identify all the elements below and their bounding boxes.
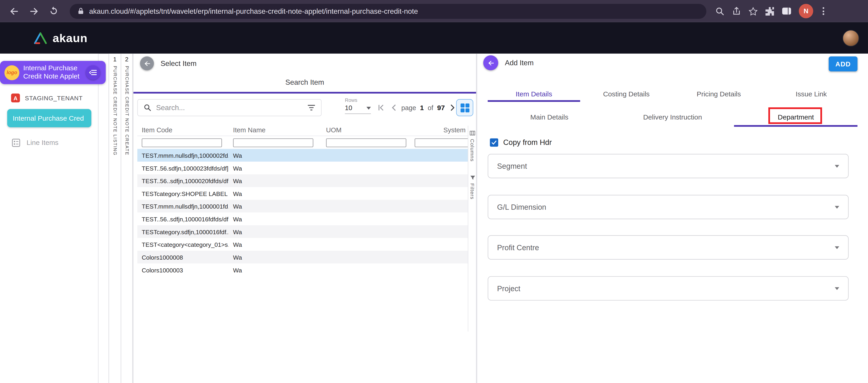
columns-tool[interactable]: Columns [469,130,475,162]
column-header-system-status[interactable]: System Status [410,126,468,134]
project-dropdown[interactable]: Project [488,276,848,300]
tab-costing-details[interactable]: Costing Details [580,86,673,101]
cell-item-name: Wa [229,216,322,222]
cell-item-name: Wa [229,190,322,197]
subtab-indicator [734,125,858,127]
add-button[interactable]: ADD [829,57,858,71]
first-page-icon[interactable] [377,104,386,111]
filter-input-item-code[interactable] [142,138,222,147]
tab-issue-link[interactable]: Issue Link [765,86,858,101]
cell-item-code: Colors1000003 [137,266,229,273]
cell-item-name: Wa [229,228,322,235]
add-item-panel: Add Item ADD Item Details Costing Detail… [477,54,868,383]
url-bar[interactable]: akaun.cloud/#/applets/tnt/wavelet/erp/in… [70,4,706,19]
panel-label: PURCHASE CREDIT NOTE LISTING [113,66,118,156]
tab-indicator [488,100,580,102]
applet-logo-placeholder: logo [4,65,19,80]
next-page-icon[interactable] [449,104,457,111]
brand-logo-icon [33,32,48,44]
filter-input-system-status[interactable] [415,138,468,147]
cell-item-name: Wa [229,266,322,273]
table-row[interactable]: Colors1000008Wa [137,251,468,263]
rows-per-page-select[interactable]: Rows 10 [345,98,371,114]
sidebar: logo Internal Purchase Credit Note Apple… [0,54,98,383]
browser-toolbar: akaun.cloud/#/applets/tnt/wavelet/erp/in… [0,0,868,22]
applet-chip: logo Internal Purchase Credit Note Apple… [0,61,106,84]
chevron-down-icon [835,205,839,208]
segment-dropdown[interactable]: Segment [488,154,848,178]
table-row[interactable]: TEST.mmm.nullsdfjn,1000001fd...Wa [137,200,468,213]
cell-item-code: TEST..56..sdfjn,1000020fdfds/df... [137,178,229,184]
cell-item-code: TESTcategory.sdfjn,1000016fdf... [137,228,229,235]
reload-icon[interactable] [45,3,62,20]
cell-item-code: Colors1000008 [137,254,229,260]
filter-icon[interactable] [307,104,315,111]
grid-view-icon[interactable] [456,99,473,116]
panel-label: PURCHASE CREDIT NOTE CREATE [124,66,129,155]
table-row[interactable]: TEST<category<category_01>s...Wa [137,238,468,251]
search-icon[interactable] [715,6,725,16]
panel-index: 1 [113,56,117,63]
back-button[interactable] [140,57,154,70]
search-icon [143,103,152,112]
user-avatar[interactable] [843,30,859,46]
search-input[interactable] [156,103,303,112]
tab-item-details[interactable]: Item Details [488,86,580,101]
profit-centre-dropdown[interactable]: Profit Centre [488,235,848,260]
items-table: Item Code Item Name UOM System Status TE… [137,124,468,276]
filter-input-uom[interactable] [326,138,406,147]
back-icon[interactable] [5,3,22,20]
tab-search-item[interactable]: Search Item [133,78,476,86]
chevron-down-icon [835,246,839,249]
table-row[interactable]: TESTcategory.sdfjn,1000016fdf...Wa [137,225,468,238]
sidebar-item-label: Line Items [27,139,58,147]
tab-pricing-details[interactable]: Pricing Details [673,86,765,101]
tab-main-details[interactable]: Main Details [488,110,611,125]
module-button[interactable]: Internal Purchase Cred [7,109,91,127]
profile-avatar[interactable]: N [799,4,813,18]
column-header-uom[interactable]: UOM [322,126,410,134]
filter-row [137,136,468,149]
sidebar-item-line-items[interactable]: Line Items [12,138,59,147]
table-row[interactable]: TESTcategory:SHOPEE LABEL Ar...Wa [137,187,468,200]
cell-item-code: TEST..56..sdfjn,1000016fdfds/df... [137,216,229,222]
table-row[interactable]: TEST.mmm.nullsdfjn,1000002fd...Wa [137,149,468,162]
copy-from-hdr-checkbox[interactable] [490,138,498,147]
filters-tool[interactable]: Filters [469,175,475,199]
collapsed-panel-create[interactable]: 2 PURCHASE CREDIT NOTE CREATE [121,54,133,383]
table-row[interactable]: Colors1000003Wa [137,263,468,276]
brand-name: akaun [53,31,88,45]
gl-dimension-dropdown[interactable]: G/L Dimension [488,195,848,219]
menu-toggle-icon[interactable] [86,65,100,80]
star-icon[interactable] [748,6,758,16]
column-header-item-name[interactable]: Item Name [229,126,322,134]
table-row[interactable]: TEST..56.sdfjn,1000023fdfds/df]...Wa [137,162,468,174]
table-row[interactable]: TEST..56..sdfjn,1000020fdfds/df...Wa [137,174,468,187]
work-area: logo Internal Purchase Credit Note Apple… [0,54,868,383]
of-word: of [428,104,433,111]
prev-page-icon[interactable] [390,104,398,111]
back-button[interactable] [483,55,498,70]
column-header-item-code[interactable]: Item Code [137,126,229,134]
detail-tabs: Item Details Costing Details Pricing Det… [488,86,858,101]
cell-item-code: TEST.mmm.nullsdfjn,1000001fd... [137,203,229,210]
tenant-name: STAGING_TENANT [25,95,83,101]
forward-icon[interactable] [25,3,42,20]
share-icon[interactable] [732,6,741,16]
collapsed-panel-listing[interactable]: 1 PURCHASE CREDIT NOTE LISTING [108,54,121,383]
url-text: akaun.cloud/#/applets/tnt/wavelet/erp/in… [89,7,418,15]
extensions-icon[interactable] [765,6,774,16]
panel-index: 2 [125,56,128,63]
cell-item-code: TEST..56.sdfjn,1000023fdfds/df]... [137,165,229,171]
app-header: akaun [0,22,868,54]
tab-delivery-instruction[interactable]: Delivery Instruction [611,110,734,125]
cell-item-name: Wa [229,165,322,171]
cell-item-name: Wa [229,254,322,260]
filter-input-item-name[interactable] [233,138,313,147]
table-row[interactable]: TEST..56..sdfjn,1000016fdfds/df...Wa [137,213,468,225]
line-items-icon [12,138,21,147]
more-vert-icon[interactable] [820,6,827,16]
search-box [137,99,322,116]
chevron-down-icon [835,165,839,167]
side-panel-icon[interactable] [782,7,792,15]
